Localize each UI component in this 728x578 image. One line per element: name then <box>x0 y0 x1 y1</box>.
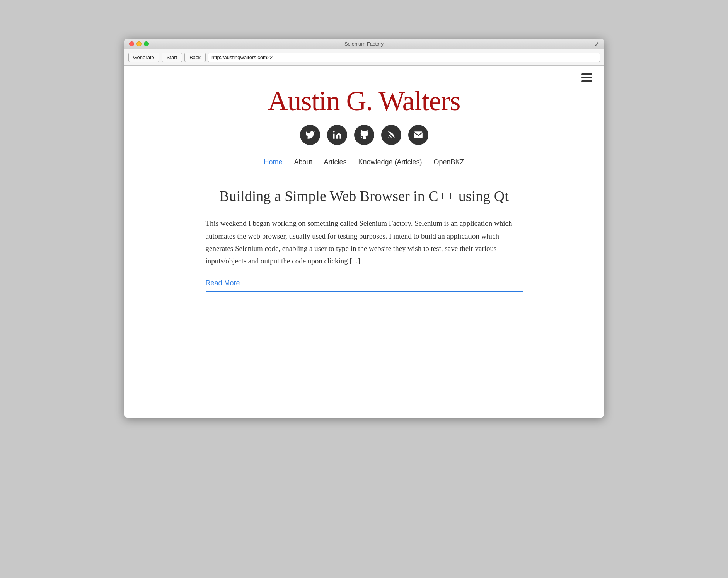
hamburger-line-3 <box>581 80 592 82</box>
maximize-button[interactable] <box>144 41 149 46</box>
read-more-link[interactable]: Read More... <box>206 279 523 287</box>
nav-bar: Home About Articles Knowledge (Articles)… <box>206 157 523 168</box>
social-icons-row <box>206 125 523 145</box>
nav-item-openbkz[interactable]: OpenBKZ <box>434 157 464 168</box>
svg-point-0 <box>333 131 334 132</box>
nav-item-about[interactable]: About <box>294 157 312 168</box>
article-divider <box>206 291 523 292</box>
back-button[interactable]: Back <box>184 53 206 62</box>
nav-item-knowledge[interactable]: Knowledge (Articles) <box>358 157 422 168</box>
hamburger-line-2 <box>581 77 592 78</box>
site-title: Austin G. Walters <box>206 85 523 117</box>
browser-window: Selenium Factory ⤢ Generate Start Back A… <box>124 39 604 418</box>
article-body: This weekend I began working on somethin… <box>206 217 523 267</box>
article-title: Building a Simple Web Browser in C++ usi… <box>206 187 523 206</box>
nav-divider <box>206 171 523 171</box>
nav-item-articles[interactable]: Articles <box>324 157 346 168</box>
nav-item-home[interactable]: Home <box>264 157 282 168</box>
rss-icon[interactable] <box>381 125 401 145</box>
window-title: Selenium Factory <box>344 41 384 47</box>
twitter-icon[interactable] <box>300 125 320 145</box>
linkedin-icon[interactable] <box>327 125 347 145</box>
content-area[interactable]: Austin G. Walters <box>124 66 604 418</box>
github-icon[interactable] <box>354 125 374 145</box>
minimize-button[interactable] <box>136 41 142 46</box>
generate-button[interactable]: Generate <box>128 53 159 62</box>
resize-icon: ⤢ <box>594 40 599 48</box>
close-button[interactable] <box>129 41 134 46</box>
email-icon[interactable] <box>408 125 428 145</box>
start-button[interactable]: Start <box>162 53 182 62</box>
url-input[interactable] <box>208 53 600 62</box>
window-controls <box>129 41 149 46</box>
hamburger-menu-button[interactable] <box>581 73 592 82</box>
hamburger-line-1 <box>581 73 592 75</box>
svg-point-1 <box>388 138 389 138</box>
title-bar: Selenium Factory ⤢ <box>124 39 604 49</box>
toolbar: Generate Start Back <box>124 49 604 66</box>
page-content: Austin G. Walters <box>190 66 538 315</box>
